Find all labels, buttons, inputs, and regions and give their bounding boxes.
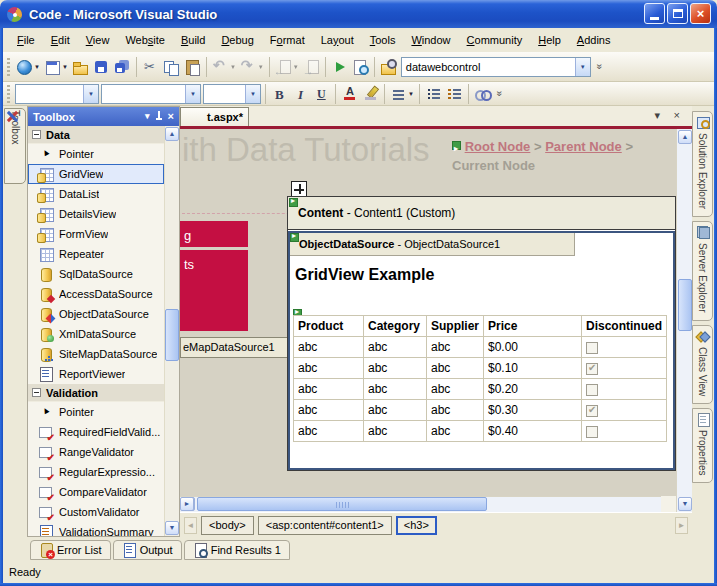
bottom-panel-tab[interactable]: Find Results 1 xyxy=(184,540,290,560)
scroll-down-icon[interactable]: ▼ xyxy=(678,497,692,511)
menu-item[interactable]: View xyxy=(78,30,118,50)
toolbox-section-validation[interactable]: Validation xyxy=(28,384,164,402)
horizontal-scrollbar[interactable]: ◄ ► xyxy=(180,496,661,512)
menu-item[interactable]: File xyxy=(9,30,43,50)
toolbox-item[interactable]: ValidationSummary xyxy=(28,522,164,536)
sitemapdatasource-label[interactable]: eMapDataSource1 xyxy=(180,337,290,358)
menu-item[interactable]: Debug xyxy=(213,30,261,50)
cut-button[interactable] xyxy=(140,55,161,79)
highlight-button[interactable] xyxy=(360,82,381,106)
combo-dropdown-icon[interactable]: ▼ xyxy=(83,85,98,103)
menu-item[interactable]: Edit xyxy=(43,30,78,50)
align-button[interactable]: ▼ xyxy=(388,82,416,106)
nav-item-fragment[interactable]: ts xyxy=(180,250,248,276)
bottom-panel-tab[interactable]: Output xyxy=(113,540,182,560)
side-panel-tab[interactable]: Properties xyxy=(692,408,713,484)
toolbox-item[interactable]: Pointer xyxy=(28,402,164,422)
scroll-up-icon[interactable]: ▲ xyxy=(165,127,179,141)
toolbox-autohide-tab[interactable]: Toolbox xyxy=(4,108,26,184)
content-control[interactable]: Content - Content1 (Custom) ObjectDataSo… xyxy=(287,196,676,471)
combo-dropdown-icon[interactable]: ▼ xyxy=(185,85,200,103)
move-handle-icon[interactable] xyxy=(291,181,307,197)
toolbox-item[interactable]: RangeValidator xyxy=(28,442,164,462)
smart-tag-icon[interactable] xyxy=(452,141,461,150)
toolbox-item[interactable]: GridView xyxy=(28,164,164,184)
toolbox-item[interactable]: AccessDataSource xyxy=(28,284,164,304)
save-button[interactable] xyxy=(91,55,112,79)
close-document-icon[interactable]: × xyxy=(674,110,680,121)
toolbox-item[interactable]: ObjectDataSource xyxy=(28,304,164,324)
toolbox-item[interactable]: RequiredFieldValid... xyxy=(28,422,164,442)
bottom-panel-tab[interactable]: Error List xyxy=(30,540,111,560)
toolbox-item[interactable]: SiteMapDataSource xyxy=(28,344,164,364)
format-combobox[interactable]: ▼ xyxy=(15,84,99,104)
add-item-button[interactable]: ▼ xyxy=(42,55,70,79)
toolbox-header[interactable]: Toolbox ▾ × xyxy=(28,107,179,126)
vertical-scrollbar[interactable]: ▲ ▼ xyxy=(676,129,692,512)
numbering-button[interactable] xyxy=(444,82,465,106)
menu-item[interactable]: Window xyxy=(403,30,458,50)
scroll-down-icon[interactable]: ▼ xyxy=(165,521,179,535)
view-browser-button[interactable] xyxy=(350,55,371,79)
toolbar-options-icon[interactable]: » xyxy=(594,64,605,70)
navigation-menu-fragment[interactable]: g ts xyxy=(180,221,248,331)
content-control-header[interactable]: Content - Content1 (Custom) xyxy=(288,197,675,230)
toolbox-item[interactable]: SqlDataSource xyxy=(28,264,164,284)
font-color-button[interactable] xyxy=(339,82,360,106)
toolbox-item[interactable]: CustomValidator xyxy=(28,502,164,522)
tag-scroll-right-icon[interactable]: ► xyxy=(675,517,688,534)
tag-scroll-left-icon[interactable]: ◄ xyxy=(184,517,197,534)
scroll-right-icon[interactable]: ► xyxy=(180,497,194,511)
tag-navigator-tag[interactable]: <h3> xyxy=(396,516,437,535)
paste-button[interactable] xyxy=(182,55,203,79)
document-tab[interactable]: t.aspx* xyxy=(180,107,249,126)
objectdatasource-control[interactable]: ObjectDataSource - ObjectDataSource1 xyxy=(290,233,575,256)
toolbox-item[interactable]: DataList xyxy=(28,184,164,204)
toolbox-item[interactable]: Pointer xyxy=(28,144,164,164)
collapse-icon[interactable] xyxy=(32,130,41,139)
fmt-bold-button[interactable] xyxy=(269,82,290,106)
format-combobox[interactable]: ▼ xyxy=(101,84,201,104)
menu-item[interactable]: Website xyxy=(117,30,173,50)
maximize-button[interactable] xyxy=(667,3,688,24)
menu-item[interactable]: Help xyxy=(530,30,569,50)
toolbox-item[interactable]: CompareValidator xyxy=(28,482,164,502)
bullets-button[interactable] xyxy=(423,82,444,106)
combo-dropdown-icon[interactable]: ▼ xyxy=(245,85,260,103)
toolbar-options-icon[interactable]: » xyxy=(494,91,505,97)
menu-item[interactable]: Addins xyxy=(569,30,619,50)
breadcrumb-link-root[interactable]: Root Node xyxy=(465,139,531,154)
fmt-underline-button[interactable] xyxy=(311,82,332,106)
nav-item-fragment[interactable]: g xyxy=(180,221,248,247)
toolbox-item[interactable]: XmlDataSource xyxy=(28,324,164,344)
toolbox-item[interactable]: RegularExpressio... xyxy=(28,462,164,482)
menu-item[interactable]: Layout xyxy=(313,30,362,50)
side-panel-tab[interactable]: Solution Explorer xyxy=(692,111,713,217)
toolbox-item[interactable]: DetailsView xyxy=(28,204,164,224)
toolbox-item[interactable]: FormView xyxy=(28,224,164,244)
menu-item[interactable]: Build xyxy=(173,30,213,50)
auto-hide-pin-icon[interactable] xyxy=(155,111,163,122)
toolbox-close-icon[interactable]: × xyxy=(168,112,174,121)
menu-item[interactable]: Community xyxy=(459,30,531,50)
breadcrumb-link-parent[interactable]: Parent Node xyxy=(545,139,622,154)
toolbox-item[interactable]: Repeater xyxy=(28,244,164,264)
gridview-table[interactable]: ProductCategorySupplierPriceDiscontinued… xyxy=(293,315,667,442)
scroll-up-icon[interactable]: ▲ xyxy=(678,130,692,144)
tab-list-dropdown-icon[interactable]: ▾ xyxy=(654,110,660,121)
menu-item[interactable]: Format xyxy=(262,30,313,50)
save-all-button[interactable] xyxy=(112,55,133,79)
scrollbar-thumb[interactable] xyxy=(197,497,487,511)
scrollbar-thumb[interactable] xyxy=(678,279,692,331)
combo-dropdown-icon[interactable]: ▼ xyxy=(575,58,590,76)
toolbox-scrollbar[interactable]: ▲ ▼ xyxy=(164,126,179,536)
new-website-button[interactable]: ▼ xyxy=(14,55,42,79)
toolbox-section-data[interactable]: Data xyxy=(28,126,164,144)
find-combobox[interactable]: datawebcontrol▼ xyxy=(401,57,591,77)
tag-navigator-tag[interactable]: <asp:content#content1> xyxy=(258,516,392,535)
fmt-italic-button[interactable] xyxy=(290,82,311,106)
tag-navigator-tag[interactable]: <body> xyxy=(201,516,254,535)
toolbar-grip-icon[interactable] xyxy=(7,85,10,103)
design-surface[interactable]: ith Data Tutorials Root Node > Parent No… xyxy=(180,129,676,496)
toolbox-item[interactable]: ReportViewer xyxy=(28,364,164,384)
